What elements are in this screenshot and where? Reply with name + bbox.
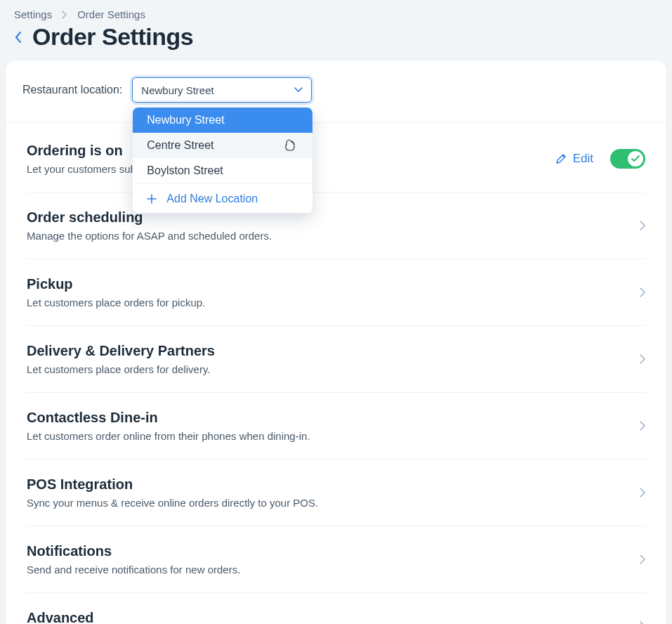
section-row[interactable]: Contactless Dine-in Let customers order …: [27, 393, 645, 460]
section-row[interactable]: Delivery & Delivery Partners Let custome…: [27, 326, 645, 393]
breadcrumb-root[interactable]: Settings: [14, 8, 52, 20]
section-subtitle: Send and receive notifications for new o…: [27, 564, 640, 576]
section-title: Order scheduling: [27, 209, 640, 226]
chevron-right-icon: [640, 488, 645, 498]
section-row[interactable]: Pickup Let customers place orders for pi…: [27, 259, 645, 326]
pencil-icon: [555, 152, 567, 165]
location-dropdown: Newbury Street Centre Street Boylston St…: [133, 108, 312, 213]
location-option[interactable]: Boylston Street: [133, 158, 312, 183]
ordering-toggle[interactable]: [610, 149, 645, 169]
location-row: Restaurant location: Newbury Street Newb…: [6, 60, 666, 123]
settings-card: Restaurant location: Newbury Street Newb…: [6, 60, 666, 624]
section-title: Contactless Dine-in: [27, 410, 640, 426]
section-list: Ordering is on Let your customers subm E…: [6, 123, 666, 624]
edit-label: Edit: [573, 152, 593, 166]
chevron-right-icon: [640, 354, 645, 364]
section-title: Pickup: [27, 276, 640, 292]
location-select-value: Newbury Street: [141, 84, 213, 96]
section-title: Advanced: [27, 610, 640, 624]
section-subtitle: Let customers place orders for delivery.: [27, 363, 640, 375]
section-row[interactable]: POS Integration Sync your menus & receiv…: [27, 460, 645, 526]
section-row[interactable]: Order scheduling Manage the options for …: [27, 193, 645, 259]
page-header: Order Settings: [0, 20, 672, 60]
toggle-knob: [628, 151, 643, 167]
section-subtitle: Sync your menus & receive online orders …: [27, 497, 640, 509]
section-title: POS Integration: [27, 476, 640, 493]
section-row[interactable]: Notifications Send and receive notificat…: [27, 526, 645, 593]
add-location-label: Add New Location: [166, 193, 258, 205]
plus-icon: [147, 194, 157, 204]
location-option[interactable]: Centre Street: [133, 133, 312, 158]
edit-button[interactable]: Edit: [555, 152, 593, 166]
chevron-right-icon: [640, 287, 645, 297]
location-label: Restaurant location:: [22, 84, 122, 96]
section-title: Delivery & Delivery Partners: [27, 343, 640, 359]
section-subtitle: Let customers place orders for pickup.: [27, 297, 640, 308]
chevron-right-icon: [640, 421, 645, 431]
ordering-row: Ordering is on Let your customers subm E…: [27, 123, 645, 193]
location-select[interactable]: Newbury Street Newbury Street Centre Str…: [132, 77, 312, 103]
section-subtitle: Let customers order online from their ph…: [27, 430, 640, 442]
chevron-right-icon: [640, 221, 645, 230]
section-row[interactable]: Advanced Set up additional options such …: [27, 593, 645, 624]
chevron-right-icon: [62, 11, 67, 19]
breadcrumb: Settings Order Settings: [0, 0, 672, 20]
chevron-down-icon: [294, 87, 303, 93]
section-title: Notifications: [27, 543, 640, 559]
section-subtitle: Manage the options for ASAP and schedule…: [27, 230, 640, 242]
breadcrumb-current: Order Settings: [77, 8, 145, 20]
chevron-right-icon: [640, 554, 645, 564]
back-icon[interactable]: [14, 31, 22, 44]
location-option[interactable]: Newbury Street: [133, 108, 312, 133]
page-title: Order Settings: [32, 23, 193, 51]
location-option-label: Centre Street: [147, 139, 213, 152]
chevron-right-icon: [640, 621, 645, 624]
add-location-button[interactable]: Add New Location: [133, 183, 312, 213]
cursor-icon: [284, 138, 296, 151]
check-icon: [631, 155, 640, 162]
